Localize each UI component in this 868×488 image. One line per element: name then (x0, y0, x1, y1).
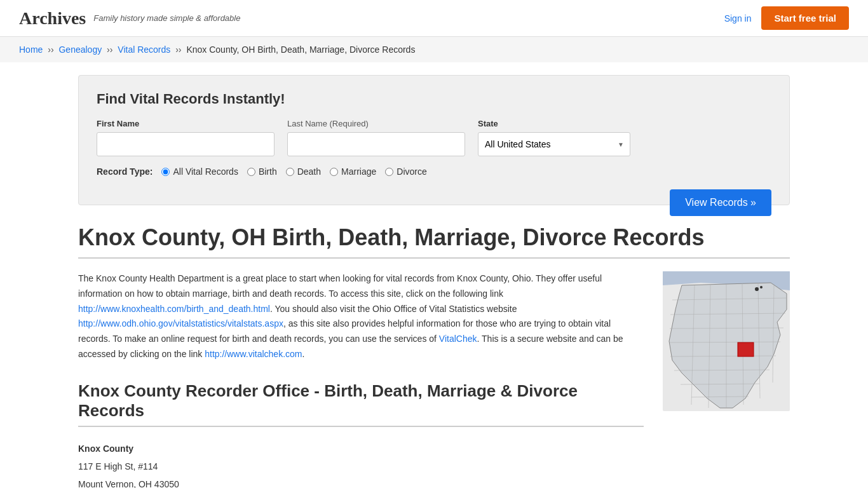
svg-rect-17 (738, 342, 754, 356)
site-header: Archives Family history made simple & af… (0, 0, 868, 37)
first-name-group: First Name (97, 119, 275, 156)
breadcrumb: Home ›› Genealogy ›› Vital Records ›› Kn… (0, 37, 868, 62)
svg-point-18 (755, 287, 759, 291)
address-info: Knox County 117 E High St, #114 Mount Ve… (78, 440, 644, 488)
search-box: Find Vital Records Instantly! First Name… (78, 75, 790, 205)
ohio-map-svg (663, 271, 790, 411)
radio-group: All Vital Records Birth Death Marriage D… (161, 166, 426, 177)
site-logo: Archives (19, 8, 86, 29)
sign-in-link[interactable]: Sign in (724, 13, 752, 24)
sub-section-divider (78, 426, 644, 427)
radio-death-input[interactable] (286, 168, 294, 176)
address-line1: 117 E High St, #114 (78, 458, 644, 475)
sub-section: Knox County Recorder Office - Birth, Dea… (78, 381, 644, 488)
last-name-label: Last Name (Required) (287, 119, 465, 128)
radio-all-vital-label: All Vital Records (173, 166, 238, 177)
main-content: Find Vital Records Instantly! First Name… (59, 62, 809, 488)
page-description: The Knox County Health Department is a g… (78, 271, 644, 362)
state-select[interactable]: All United States (478, 132, 630, 156)
sub-section-title: Knox County Recorder Office - Birth, Dea… (78, 381, 644, 421)
radio-divorce[interactable]: Divorce (385, 166, 426, 177)
address-line2: Mount Vernon, OH 43050 (78, 475, 644, 488)
first-name-label: First Name (97, 119, 275, 128)
record-type-label: Record Type: (97, 166, 153, 177)
required-label: (Required) (330, 119, 369, 128)
state-label: State (478, 119, 630, 128)
radio-all-vital[interactable]: All Vital Records (161, 166, 238, 177)
vitalchek-link[interactable]: VitalChek (439, 334, 477, 344)
breadcrumb-home[interactable]: Home (19, 44, 43, 55)
view-records-button[interactable]: View Records » (670, 189, 771, 216)
breadcrumb-sep-2: ›› (107, 44, 115, 55)
page-title: Knox County, OH Birth, Death, Marriage, … (78, 224, 790, 251)
search-fields: First Name Last Name (Required) State Al… (97, 119, 771, 156)
radio-birth[interactable]: Birth (247, 166, 277, 177)
radio-birth-label: Birth (259, 166, 277, 177)
office-name: Knox County (78, 444, 133, 454)
breadcrumb-genealogy[interactable]: Genealogy (58, 44, 102, 55)
radio-all-vital-input[interactable] (161, 168, 170, 176)
first-name-input[interactable] (97, 132, 275, 156)
content-area: The Knox County Health Department is a g… (78, 271, 790, 488)
breadcrumb-vital-records[interactable]: Vital Records (118, 44, 170, 55)
ohio-map-container (663, 271, 790, 488)
title-divider (78, 257, 790, 259)
state-group: State All United States (478, 119, 630, 156)
radio-birth-input[interactable] (247, 168, 255, 176)
start-trial-button[interactable]: Start free trial (761, 6, 849, 30)
knoxhealth-link[interactable]: http://www.knoxhealth.com/birth_and_deat… (78, 304, 270, 314)
header-left: Archives Family history made simple & af… (19, 8, 240, 29)
last-name-input[interactable] (287, 132, 465, 156)
site-tagline: Family history made simple & affordable (93, 13, 240, 23)
radio-marriage-input[interactable] (330, 168, 338, 176)
breadcrumb-sep-1: ›› (48, 44, 56, 55)
breadcrumb-current: Knox County, OH Birth, Death, Marriage, … (186, 44, 415, 55)
radio-death-label: Death (297, 166, 321, 177)
header-right: Sign in Start free trial (724, 6, 849, 30)
breadcrumb-sep-3: ›› (175, 44, 184, 55)
odh-link[interactable]: http://www.odh.ohio.gov/vitalstatistics/… (78, 318, 283, 329)
radio-death[interactable]: Death (286, 166, 321, 177)
radio-marriage[interactable]: Marriage (330, 166, 376, 177)
radio-divorce-input[interactable] (385, 168, 393, 176)
content-text: The Knox County Health Department is a g… (78, 271, 644, 488)
state-select-wrapper: All United States (478, 132, 630, 156)
record-type-row: Record Type: All Vital Records Birth Dea… (97, 166, 771, 177)
search-title: Find Vital Records Instantly! (97, 91, 771, 107)
last-name-group: Last Name (Required) (287, 119, 465, 156)
vitalchek-url-link[interactable]: http://www.vitalchek.com (205, 349, 302, 359)
radio-divorce-label: Divorce (397, 166, 426, 177)
radio-marriage-label: Marriage (341, 166, 376, 177)
svg-point-19 (760, 286, 763, 288)
